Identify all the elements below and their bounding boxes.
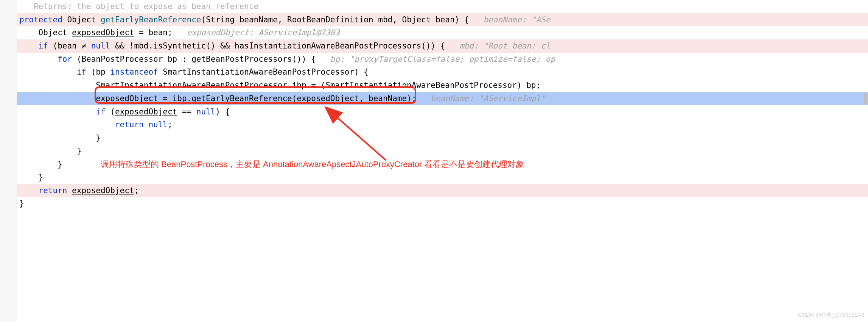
code-line: }	[17, 197, 868, 210]
inline-hint: bp: "proxyTargetClass=false; optimize=fa…	[330, 55, 555, 64]
code-line: if (bean ≠ null && !mbd.isSynthetic() &&…	[17, 39, 868, 53]
doc-comment-line: Returns: the object to expose as bean re…	[17, 0, 868, 13]
code-line: }	[17, 171, 868, 184]
code-line: for (BeanPostProcessor bp : getBeanPostP…	[17, 53, 868, 66]
method-signature-line: protected Object getEarlyBeanReference(S…	[17, 13, 868, 27]
code-line: return exposedObject;	[17, 184, 868, 197]
code-line: } 调用特殊类型的 BeanPostProcess，主要是 Annotation…	[17, 158, 868, 171]
code-line: if (bp instanceof SmartInstantiationAwar…	[17, 66, 868, 79]
inline-hint: beanName: "AServiceImpl"	[431, 94, 545, 103]
scrollbar-thumb[interactable]	[864, 93, 867, 104]
editor-gutter	[0, 0, 17, 322]
code-line: return null;	[17, 118, 868, 131]
inline-hint: mbd: "Root bean: cl	[459, 41, 550, 50]
code-line: if (exposedObject == null) {	[17, 105, 868, 119]
code-line: SmartInstantiationAwareBeanPostProcessor…	[17, 79, 868, 92]
code-editor[interactable]: Returns: the object to expose as bean re…	[17, 0, 868, 322]
inline-hint: beanName: "ASe	[483, 15, 550, 24]
code-line: }	[17, 145, 868, 158]
inline-hint: exposedObject: AServiceImpl@7303	[187, 28, 340, 37]
annotation-comment: 调用特殊类型的 BeanPostProcess，主要是 AnnotationAw…	[101, 159, 524, 169]
code-line: }	[17, 131, 868, 145]
watermark: CSDN @信仰_273993243	[798, 310, 864, 320]
highlighted-execution-line: exposedObject = ibp.getEarlyBeanReferenc…	[17, 92, 868, 105]
code-line: Object exposedObject = bean; exposedObje…	[17, 26, 868, 39]
